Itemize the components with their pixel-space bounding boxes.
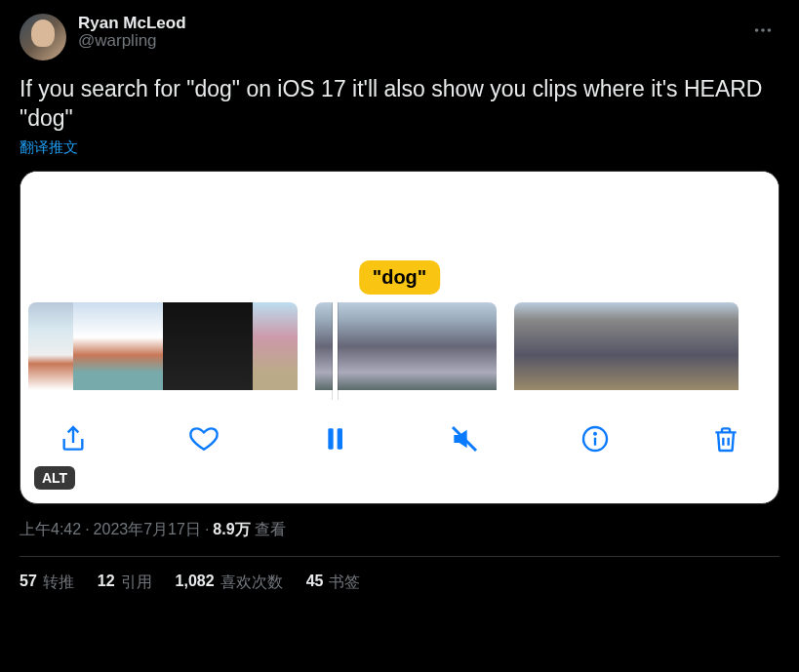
clip-group-1[interactable] bbox=[28, 302, 298, 400]
delete-button[interactable] bbox=[706, 419, 745, 458]
heart-icon bbox=[188, 423, 220, 455]
svg-rect-4 bbox=[337, 428, 341, 449]
author-block[interactable]: Ryan McLeod @warpling bbox=[78, 14, 735, 51]
tweet-header: Ryan McLeod @warpling bbox=[20, 14, 779, 60]
thumbnail bbox=[118, 302, 163, 390]
share-icon bbox=[58, 423, 89, 455]
info-icon bbox=[579, 423, 611, 455]
pause-icon bbox=[319, 423, 350, 455]
thumbnail bbox=[604, 302, 649, 390]
tweet-date[interactable]: 2023年7月17日 bbox=[94, 520, 201, 540]
thumbnail bbox=[28, 302, 73, 390]
svg-rect-3 bbox=[328, 428, 333, 449]
avatar[interactable] bbox=[20, 14, 66, 60]
thumbnail bbox=[376, 302, 436, 390]
svg-point-2 bbox=[768, 28, 772, 32]
tweet-container: Ryan McLeod @warpling If you search for … bbox=[0, 0, 799, 593]
likes-stat[interactable]: 1,082 喜欢次数 bbox=[176, 573, 283, 593]
handle: @warpling bbox=[78, 31, 735, 51]
thumbnail bbox=[315, 302, 376, 390]
translate-link[interactable]: 翻译推文 bbox=[20, 138, 78, 157]
share-button[interactable] bbox=[54, 419, 93, 458]
thumbnail bbox=[208, 302, 253, 390]
info-button[interactable] bbox=[576, 419, 615, 458]
more-icon bbox=[752, 20, 774, 41]
svg-point-0 bbox=[755, 28, 759, 32]
svg-point-8 bbox=[594, 433, 596, 435]
more-button[interactable] bbox=[746, 14, 779, 47]
display-name: Ryan McLeod bbox=[78, 14, 735, 33]
media-blank-area: "dog" bbox=[20, 172, 779, 285]
media-card[interactable]: "dog" bbox=[20, 171, 779, 504]
thumbnail bbox=[73, 302, 118, 390]
tweet-meta: 上午4:42 · 2023年7月17日 · 8.9万 查看 bbox=[20, 520, 779, 540]
views-count: 8.9万 bbox=[213, 520, 250, 540]
clip-group-3[interactable] bbox=[514, 302, 739, 400]
quotes-stat[interactable]: 12 引用 bbox=[98, 573, 152, 593]
speaker-muted-icon bbox=[449, 423, 480, 455]
thumbnail bbox=[694, 302, 739, 390]
tweet-time[interactable]: 上午4:42 bbox=[20, 520, 81, 540]
video-scrubber[interactable] bbox=[20, 285, 779, 400]
search-term-badge: "dog" bbox=[359, 260, 441, 295]
like-button[interactable] bbox=[184, 419, 223, 458]
thumbnail bbox=[253, 302, 298, 390]
thumbnail bbox=[436, 302, 497, 390]
bookmarks-stat[interactable]: 45 书签 bbox=[306, 573, 361, 593]
clip-group-2[interactable] bbox=[315, 302, 497, 400]
trash-icon bbox=[710, 423, 741, 455]
thumbnail bbox=[514, 302, 559, 390]
pause-button[interactable] bbox=[315, 419, 354, 458]
tweet-stats: 57 转推 12 引用 1,082 喜欢次数 45 书签 bbox=[20, 557, 779, 593]
playhead[interactable] bbox=[333, 302, 338, 400]
thumbnail bbox=[649, 302, 694, 390]
svg-point-1 bbox=[761, 28, 765, 32]
media-controls bbox=[20, 400, 779, 478]
views-label: 查看 bbox=[255, 520, 286, 540]
alt-badge[interactable]: ALT bbox=[34, 466, 75, 490]
tweet-text: If you search for "dog" on iOS 17 it'll … bbox=[20, 74, 779, 133]
thumbnail bbox=[559, 302, 604, 390]
thumbnail bbox=[163, 302, 208, 390]
mute-button[interactable] bbox=[445, 419, 484, 458]
retweets-stat[interactable]: 57 转推 bbox=[20, 573, 74, 593]
